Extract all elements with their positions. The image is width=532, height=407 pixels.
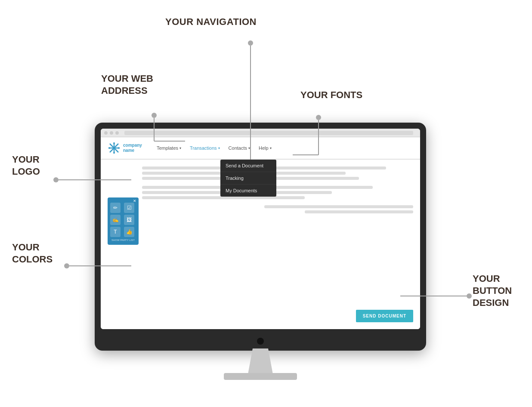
monitor-stand-base bbox=[224, 373, 297, 380]
text-lines-2 bbox=[142, 186, 413, 199]
label-logo-2: LOGO bbox=[12, 166, 40, 177]
nav-dot bbox=[248, 40, 253, 46]
web-address-dot bbox=[152, 113, 157, 118]
text-line bbox=[264, 205, 414, 208]
label-colors: YOUR bbox=[12, 242, 40, 253]
widget-icon-check[interactable]: ☑ bbox=[124, 203, 134, 213]
widget-icon-signature[interactable]: ✍ bbox=[110, 215, 121, 225]
nav-help-arrow: ▾ bbox=[270, 146, 272, 150]
tool-widget: ✕ ✏ ☑ ✍ 🖼 T 👍 SHOW PARTY LIST bbox=[108, 197, 139, 245]
nav-contacts-arrow: ▾ bbox=[248, 146, 250, 150]
label-web-address-2: ADDRESS bbox=[101, 85, 148, 96]
send-document-button[interactable]: SEND DOCUMENT bbox=[356, 310, 413, 322]
dropdown-send-document[interactable]: Send a Document bbox=[220, 160, 276, 172]
text-lines-3 bbox=[142, 205, 413, 213]
widget-icon-like[interactable]: 👍 bbox=[124, 227, 134, 237]
fonts-dot bbox=[316, 115, 321, 120]
svg-point-6 bbox=[113, 152, 115, 154]
text-lines-1 bbox=[142, 166, 413, 180]
address-bar[interactable] bbox=[124, 131, 413, 135]
monitor-screen: company name Templates ▾ Transactions ▾ … bbox=[101, 129, 420, 329]
logo-text: company name bbox=[123, 143, 142, 153]
nav-help[interactable]: Help ▾ bbox=[254, 145, 276, 151]
nav-contacts[interactable]: Contacts ▾ bbox=[224, 145, 254, 151]
widget-close-button[interactable]: ✕ bbox=[133, 199, 136, 203]
browser-top-bar bbox=[101, 129, 420, 137]
svg-point-7 bbox=[108, 147, 110, 149]
widget-icon-text[interactable]: T bbox=[110, 227, 121, 237]
dropdown-my-documents[interactable]: My Documents bbox=[220, 185, 276, 197]
widget-icon-pencil[interactable]: ✏ bbox=[110, 203, 121, 213]
logo-dot bbox=[53, 177, 59, 182]
nav-transactions-arrow: ▾ bbox=[218, 146, 220, 150]
widget-label: SHOW PARTY LIST bbox=[110, 239, 136, 241]
label-logo: YOUR bbox=[12, 154, 40, 165]
logo-area: company name bbox=[108, 142, 142, 154]
svg-point-5 bbox=[113, 142, 115, 144]
content-text-area bbox=[142, 166, 413, 213]
browser-dot-green bbox=[115, 131, 119, 135]
nav-items: Templates ▾ Transactions ▾ Contacts ▾ He… bbox=[152, 145, 276, 151]
svg-point-8 bbox=[118, 147, 120, 149]
widget-icon-image[interactable]: 🖼 bbox=[124, 215, 134, 225]
svg-point-4 bbox=[113, 147, 115, 149]
monitor-stand-neck bbox=[247, 348, 273, 376]
label-button-3: DESIGN bbox=[473, 297, 509, 308]
nav-templates-arrow: ▾ bbox=[179, 146, 181, 150]
screen-nav: company name Templates ▾ Transactions ▾ … bbox=[101, 137, 420, 160]
label-navigation: YOUR NAVIGATION bbox=[165, 16, 257, 27]
text-line bbox=[142, 196, 305, 199]
browser-dot-red bbox=[104, 131, 108, 135]
monitor-camera bbox=[257, 338, 264, 345]
dropdown-tracking[interactable]: Tracking bbox=[220, 172, 276, 185]
widget-icons: ✏ ☑ ✍ 🖼 T 👍 bbox=[110, 203, 136, 237]
logo-icon bbox=[108, 142, 121, 154]
text-line bbox=[305, 210, 413, 213]
browser-dot-yellow bbox=[110, 131, 113, 135]
colors-dot bbox=[64, 263, 69, 268]
label-colors-2: COLORS bbox=[12, 254, 53, 265]
label-fonts: YOUR FONTS bbox=[300, 89, 362, 100]
transactions-dropdown: Send a Document Tracking My Documents bbox=[220, 160, 276, 197]
label-button: YOUR bbox=[473, 273, 500, 284]
monitor: company name Templates ▾ Transactions ▾ … bbox=[95, 123, 426, 351]
monitor-bezel: company name Templates ▾ Transactions ▾ … bbox=[101, 129, 420, 329]
label-web-address: YOUR WEB bbox=[101, 73, 153, 84]
nav-transactions[interactable]: Transactions ▾ bbox=[186, 145, 224, 151]
button-dot bbox=[467, 293, 472, 299]
nav-templates[interactable]: Templates ▾ bbox=[152, 145, 186, 151]
label-button-2: BUTTON bbox=[473, 285, 512, 296]
